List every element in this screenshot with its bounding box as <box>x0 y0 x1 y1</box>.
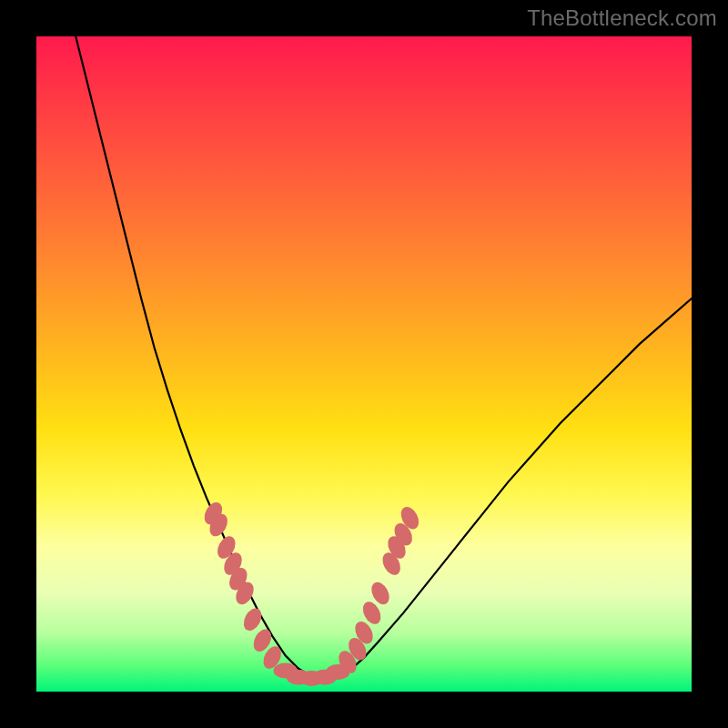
plot-area <box>36 36 692 692</box>
chart-svg <box>36 36 692 692</box>
curve-marker <box>240 605 265 633</box>
chart-frame: TheBottleneck.com <box>0 0 728 728</box>
watermark-text: TheBottleneck.com <box>527 5 717 31</box>
curve-group <box>76 36 692 679</box>
bottleneck-curve <box>76 36 692 679</box>
marker-group <box>201 500 422 686</box>
